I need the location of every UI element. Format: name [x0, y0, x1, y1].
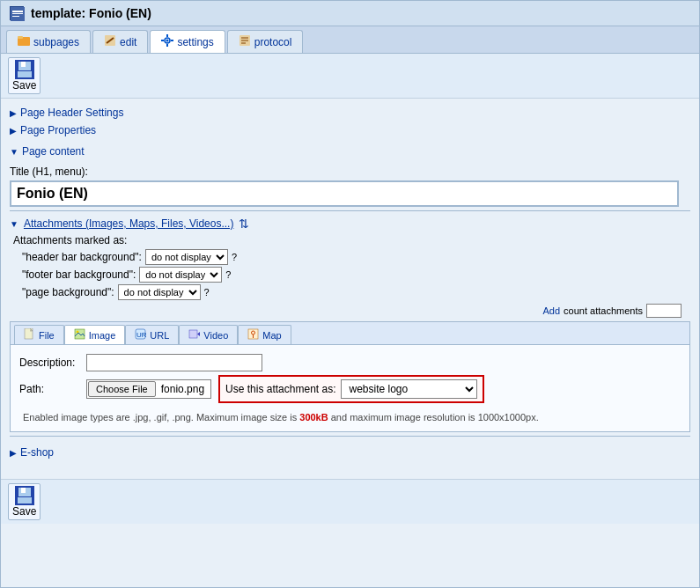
page-bg-row: "page background": do not display ?: [22, 284, 690, 300]
tab-settings[interactable]: settings: [150, 30, 225, 53]
attachments-marked-section: Attachments marked as: "header bar backg…: [13, 234, 690, 300]
add-count-row: Add count attachments: [10, 304, 690, 318]
attach-tab-url-label: URL: [150, 330, 169, 341]
info-text: Enabled image types are .jpg, .gif, .png…: [19, 408, 681, 426]
page-header-settings-label: Page Header Settings: [20, 107, 123, 119]
svg-rect-27: [189, 330, 197, 338]
tab-subpages-label: subpages: [33, 36, 79, 48]
svg-rect-20: [21, 62, 26, 67]
bottom-toolbar: Save: [1, 479, 699, 524]
info-text-suffix: and maximum image resolution is 1000x100…: [328, 412, 539, 423]
header-bar-bg-row: "header bar background": do not display …: [22, 249, 690, 265]
page-properties-section: ▶ Page Properties: [10, 121, 690, 139]
attachment-panel: File Image: [10, 321, 690, 432]
question-mark-2[interactable]: ?: [225, 269, 231, 280]
attach-tab-video-label: Video: [203, 330, 228, 341]
add-link[interactable]: Add: [543, 305, 561, 316]
tab-protocol[interactable]: protocol: [227, 30, 304, 53]
title-input[interactable]: [10, 180, 679, 207]
content-area: ▶ Page Header Settings ▶ Page Properties…: [1, 99, 699, 470]
header-bar-bg-label: "header bar background":: [22, 251, 142, 263]
svg-point-9: [166, 40, 169, 42]
page-content-section: ▼ Page content Title (H1, menu): ▼ Attac…: [10, 143, 690, 461]
footer-bar-bg-row: "footer bar background": do not display …: [22, 267, 690, 283]
tabs-bar: subpages edit se: [1, 26, 699, 54]
toolbar: Save: [1, 54, 699, 99]
attach-tab-video[interactable]: Video: [179, 325, 238, 344]
svg-rect-2: [12, 13, 23, 14]
eshop-link[interactable]: ▶ E-shop: [10, 444, 690, 461]
svg-rect-3: [12, 16, 19, 17]
divider2: [10, 436, 690, 437]
bottom-save-label: Save: [12, 505, 36, 518]
svg-rect-11: [166, 44, 168, 47]
bottom-save-button[interactable]: Save: [8, 483, 41, 520]
save-label: Save: [12, 79, 36, 92]
info-text-prefix: Enabled image types are .jpg, .gif, .png…: [23, 412, 299, 423]
attach-tab-file-label: File: [39, 330, 55, 341]
description-row: Description:: [19, 354, 681, 371]
attach-tab-file[interactable]: File: [14, 325, 64, 344]
svg-text:URL: URL: [136, 331, 146, 339]
bottom-save-icon: [15, 486, 34, 505]
attachments-header[interactable]: Attachments (Images, Maps, Files, Videos…: [24, 217, 234, 230]
question-mark-3[interactable]: ?: [204, 287, 210, 298]
page-properties-link[interactable]: ▶ Page Properties: [10, 121, 690, 139]
attach-tab-map[interactable]: Map: [238, 325, 291, 344]
svg-rect-35: [18, 497, 32, 503]
eshop-label: E-shop: [20, 446, 54, 459]
count-label: count attachments: [564, 305, 643, 316]
description-label: Description:: [19, 356, 81, 369]
video-icon: [188, 328, 200, 342]
use-as-section: Use this attachment as: website logo hea…: [218, 375, 484, 403]
sort-icon[interactable]: ⇅: [239, 217, 249, 231]
page-header-settings-section: ▶ Page Header Settings: [10, 104, 690, 121]
attach-tab-map-label: Map: [262, 330, 281, 341]
choose-file-button[interactable]: Choose File: [88, 381, 156, 397]
attach-tab-image-label: Image: [89, 330, 116, 341]
path-input-group: Choose File fonio.png Use this attachmen…: [86, 375, 484, 403]
protocol-icon: [239, 34, 251, 49]
title-bar: template: Fonio (EN): [1, 1, 699, 26]
triangle-down-icon: ▼: [10, 147, 18, 157]
header-bar-bg-select[interactable]: do not display: [145, 249, 228, 265]
file-input-group: Choose File fonio.png: [86, 379, 211, 399]
tab-subpages[interactable]: subpages: [6, 30, 91, 53]
divider: [10, 210, 690, 211]
page-bg-select[interactable]: do not display: [118, 284, 201, 300]
question-mark-1[interactable]: ?: [232, 252, 237, 262]
triangle-right-icon: ▶: [10, 108, 17, 118]
footer-bar-bg-select[interactable]: do not display: [139, 267, 222, 283]
file-name-display: fonio.png: [156, 381, 210, 397]
folder-icon: [18, 34, 30, 49]
svg-rect-10: [166, 34, 168, 37]
count-input[interactable]: [646, 304, 682, 318]
description-input[interactable]: [86, 354, 262, 371]
map-icon: [247, 328, 259, 342]
eshop-section: ▶ E-shop: [10, 444, 690, 461]
svg-rect-21: [18, 71, 32, 77]
attach-tab-image[interactable]: Image: [64, 325, 126, 344]
page-header-settings-link[interactable]: ▶ Page Header Settings: [10, 104, 690, 121]
footer-bar-bg-label: "footer bar background":: [22, 268, 136, 281]
save-icon: [15, 60, 34, 79]
attach-tabs: File Image: [11, 322, 689, 345]
tab-edit-label: edit: [120, 36, 136, 48]
window-icon: [10, 6, 24, 20]
tab-protocol-label: protocol: [254, 36, 292, 48]
svg-rect-13: [171, 40, 173, 41]
page-title: template: Fonio (EN): [31, 6, 151, 20]
page-properties-label: Page Properties: [20, 124, 96, 136]
tab-edit[interactable]: edit: [92, 30, 148, 53]
title-field-label: Title (H1, menu):: [10, 165, 690, 178]
svg-rect-5: [18, 36, 23, 39]
file-icon: [24, 328, 35, 342]
use-as-label: Use this attachment as:: [225, 383, 335, 395]
save-button[interactable]: Save: [8, 57, 41, 94]
svg-marker-28: [197, 332, 200, 336]
attachments-marked-label: Attachments marked as:: [13, 234, 690, 246]
page-content-link[interactable]: ▼ Page content: [10, 143, 690, 160]
use-as-select[interactable]: website logo header bar background foote…: [341, 379, 477, 399]
attach-tab-url[interactable]: URL URL: [125, 325, 179, 344]
page-content-label: Page content: [22, 145, 85, 158]
